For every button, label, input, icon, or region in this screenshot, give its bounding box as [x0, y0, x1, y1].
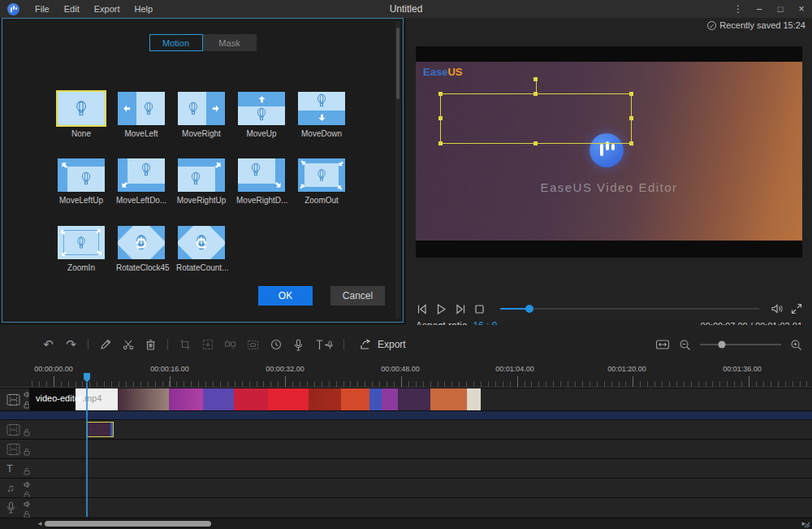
track-lock-icon[interactable] — [24, 448, 30, 456]
arrow-inward-icon — [334, 158, 345, 170]
timeline-zoom-slider[interactable] — [700, 344, 781, 345]
selection-rectangle[interactable] — [440, 93, 632, 144]
menu-help[interactable]: Help — [127, 4, 161, 14]
preset-thumbnail — [118, 158, 165, 192]
track-music: ♫ — [0, 478, 812, 497]
menu-export[interactable]: Export — [87, 4, 127, 14]
cancel-button[interactable]: Cancel — [330, 286, 385, 306]
arrow-up-right-icon — [212, 159, 225, 172]
arrow-inward-icon — [298, 180, 309, 192]
more-menu-icon[interactable]: ⋮ — [728, 0, 749, 18]
edit-pencil-icon[interactable] — [99, 339, 111, 350]
track-voiceover — [0, 497, 812, 517]
duration-clock-icon[interactable] — [270, 339, 282, 350]
timeline-ruler[interactable]: 00:00:00.00 00:00:16.00 00:00:32.00 00:0… — [0, 363, 812, 388]
panel-scrollbar[interactable] — [395, 21, 400, 319]
tab-motion[interactable]: Motion — [149, 34, 203, 51]
crop-icon[interactable] — [179, 339, 191, 350]
preset-label: MoveRightD... — [236, 196, 287, 205]
stop-button[interactable] — [474, 304, 485, 314]
resize-handle[interactable] — [629, 141, 633, 145]
track-video-main: video-editor.mp4 — [0, 388, 812, 410]
resize-handle[interactable] — [629, 116, 633, 120]
timeline-zoom-thumb[interactable] — [719, 341, 726, 349]
track-gutter: ♫ — [0, 479, 29, 497]
resize-handle[interactable] — [629, 92, 633, 96]
motion-preset-moveleftup[interactable]: MoveLeftUp — [56, 158, 106, 205]
seek-slider[interactable] — [500, 308, 759, 310]
motion-preset-movedown[interactable]: MoveDown — [296, 92, 347, 138]
track-lock-icon[interactable] — [24, 467, 30, 475]
resize-grip-icon[interactable] — [802, 520, 810, 528]
fit-timeline-icon[interactable] — [655, 339, 670, 350]
motion-preset-moveright[interactable]: MoveRight — [176, 92, 227, 138]
minimize-icon[interactable]: – — [749, 0, 770, 18]
video-clip[interactable]: video-editor.mp4 — [29, 388, 481, 410]
motion-preset-zoomout[interactable]: ZoomOut — [296, 158, 347, 205]
motion-icon[interactable] — [224, 339, 236, 350]
scroll-left-icon[interactable]: ◄ — [37, 518, 43, 529]
resize-handle[interactable] — [438, 141, 443, 145]
scrollbar-thumb[interactable] — [45, 521, 211, 527]
motion-preset-zoomin[interactable]: ZoomIn — [56, 226, 106, 272]
motion-preset-moveleft[interactable]: MoveLeft — [116, 92, 166, 138]
next-frame-button[interactable] — [455, 303, 467, 315]
track-mute-icon[interactable] — [24, 481, 31, 488]
zoom-frame-icon[interactable] — [201, 339, 214, 350]
track-mute-icon[interactable] — [24, 501, 31, 508]
zoom-in-icon[interactable] — [790, 339, 802, 351]
easeus-video-editor-window: File Edit Export Help Untitled ⋮ – □ × M… — [0, 0, 812, 529]
timeline-horizontal-scrollbar[interactable]: ◄ ► — [0, 518, 812, 529]
balloon-icon — [317, 93, 327, 107]
balloon-icon — [191, 171, 201, 185]
delete-trash-icon[interactable] — [145, 339, 157, 350]
arrow-outward-icon — [93, 248, 105, 259]
volume-icon[interactable] — [771, 303, 784, 314]
motion-preset-moverightdown[interactable]: MoveRightD... — [236, 158, 287, 205]
menu-edit[interactable]: Edit — [57, 4, 87, 14]
balloon-icon — [76, 101, 88, 117]
motion-preset-moveleftdown[interactable]: MoveLeftDo... — [116, 158, 166, 205]
previous-frame-button[interactable] — [416, 303, 428, 315]
playhead-line[interactable] — [86, 383, 88, 517]
close-icon[interactable]: × — [791, 0, 812, 18]
voiceover-mic-icon[interactable] — [292, 339, 304, 351]
motion-preset-none[interactable]: None — [56, 92, 106, 138]
maximize-icon[interactable]: □ — [770, 0, 791, 18]
balloon-icon — [188, 102, 198, 115]
rotation-handle[interactable] — [533, 77, 538, 81]
play-button[interactable] — [435, 303, 447, 315]
preset-label: ZoomIn — [56, 263, 106, 272]
selected-overlay-clip[interactable] — [87, 422, 114, 437]
redo-icon[interactable]: ↷ — [65, 337, 77, 352]
transport-controls — [416, 301, 802, 317]
seek-thumb[interactable] — [525, 305, 533, 313]
resize-handle[interactable] — [438, 92, 443, 96]
resize-handle[interactable] — [533, 141, 538, 145]
export-button[interactable]: Export — [360, 339, 406, 350]
preset-label: None — [56, 129, 106, 138]
motion-preset-moveup[interactable]: MoveUp — [236, 92, 287, 138]
rotate-counterclockwise-icon — [194, 236, 209, 250]
zoom-out-icon[interactable] — [679, 339, 691, 351]
track-gutter: T — [0, 459, 29, 478]
preset-label: MoveLeftUp — [56, 196, 106, 205]
tab-mask[interactable]: Mask — [203, 34, 257, 51]
undo-icon[interactable]: ↶ — [42, 337, 54, 352]
preset-label: MoveRightUp — [176, 196, 227, 205]
panel-scrollbar-thumb[interactable] — [396, 28, 400, 99]
fullscreen-icon[interactable] — [791, 303, 802, 314]
toolbar-divider — [167, 339, 168, 350]
toolbar-divider — [343, 339, 344, 350]
track-lock-icon[interactable] — [24, 428, 30, 436]
cut-scissors-icon[interactable] — [122, 339, 134, 350]
motion-preset-rotatecounter[interactable]: RotateCount... — [176, 226, 227, 272]
motion-preset-moverightup[interactable]: MoveRightUp — [176, 158, 227, 205]
menu-file[interactable]: File — [28, 4, 57, 14]
motion-preset-rotateclock45[interactable]: RotateClock45 — [116, 226, 166, 272]
ok-button[interactable]: OK — [258, 286, 313, 306]
mask-pip-icon[interactable] — [247, 340, 259, 350]
text-to-speech-icon[interactable] — [315, 339, 333, 351]
resize-handle[interactable] — [438, 116, 443, 120]
ruler-major-ticks — [29, 376, 809, 387]
